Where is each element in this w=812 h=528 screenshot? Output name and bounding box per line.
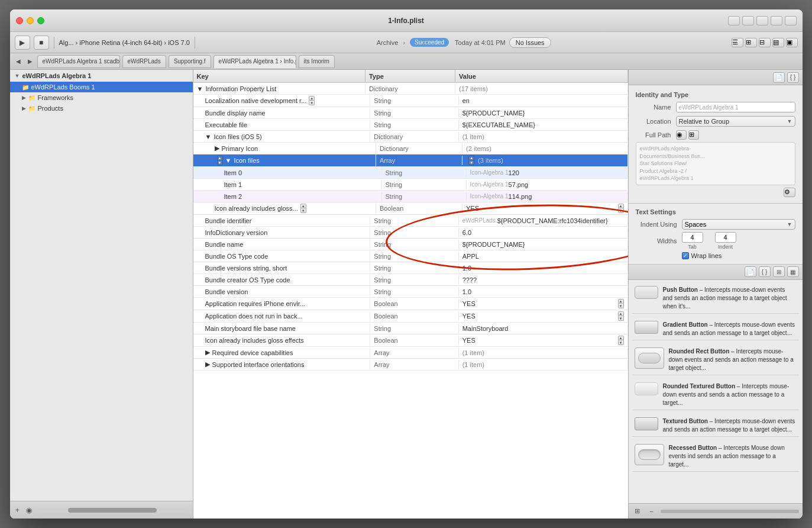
list-item[interactable]: Rounded Textured Button – Intercepts mou… bbox=[632, 380, 799, 410]
filter-button[interactable]: ◉ bbox=[25, 506, 33, 515]
table-row[interactable]: InfoDictionary version String 6.0 bbox=[193, 227, 628, 239]
library-content[interactable]: Push Button – Intercepts mouse-down even… bbox=[629, 280, 803, 503]
no-issues-button[interactable]: No Issues bbox=[509, 37, 551, 48]
row-stepper-10[interactable]: ▲ ▼ bbox=[300, 204, 306, 213]
identity-location-select[interactable]: Relative to Group ▼ bbox=[676, 116, 795, 127]
table-row[interactable]: Application requires iPhone envir... Boo… bbox=[193, 298, 628, 310]
table-row[interactable]: Main storyboard file base name String Ma… bbox=[193, 323, 628, 334]
tab-nav-prev[interactable]: ◀ bbox=[14, 57, 23, 66]
stepper-up-10[interactable]: ▲ bbox=[300, 204, 306, 208]
table-row[interactable]: ▶ Required device capabilities Array (1 … bbox=[193, 347, 628, 359]
table-row[interactable]: Bundle OS Type code String APPL bbox=[193, 250, 628, 262]
panel-toggle-2[interactable]: ⊞ bbox=[745, 38, 757, 47]
stepper-down-10[interactable]: ▼ bbox=[300, 208, 306, 213]
lib-tab-3d[interactable]: ⊞ bbox=[773, 266, 785, 277]
stepper-down-1[interactable]: ▼ bbox=[309, 101, 315, 105]
table-row[interactable]: Localization native development r... ▲ ▼… bbox=[193, 95, 628, 107]
value-stepper-6[interactable]: ▲ ▼ bbox=[468, 156, 474, 165]
stepper-up-v21[interactable]: ▲ bbox=[618, 336, 624, 340]
table-row[interactable]: Item 2 String Icon-Algebra 1 114.png bbox=[193, 191, 628, 202]
row-stepper-1[interactable]: ▲ ▼ bbox=[309, 96, 315, 105]
panel-toggle-5[interactable]: ▣ bbox=[786, 38, 798, 47]
view-toggle-5[interactable] bbox=[785, 16, 797, 25]
view-toggle-2[interactable] bbox=[742, 16, 754, 25]
maximize-button[interactable] bbox=[37, 17, 44, 24]
tab-width-input[interactable] bbox=[682, 232, 703, 243]
stepper-up-v10[interactable]: ▲ bbox=[618, 204, 624, 208]
lib-zoom-out[interactable]: − bbox=[646, 506, 657, 517]
stepper-up-v18[interactable]: ▲ bbox=[618, 299, 624, 304]
stepper-up-1[interactable]: ▲ bbox=[309, 96, 315, 101]
list-item[interactable]: Textured Button – Intercepts mouse-down … bbox=[632, 415, 799, 437]
table-row[interactable]: Item 1 String Icon-Algebra 1 57.png bbox=[193, 179, 628, 191]
table-row[interactable]: Bundle name String ${PRODUCT_NAME} bbox=[193, 239, 628, 250]
tab-2[interactable]: eWdRPLads bbox=[122, 55, 166, 68]
stepper-up-v19[interactable]: ▲ bbox=[618, 311, 624, 316]
tab-4[interactable]: eWdRPLads Algebra 1 › Info.plist bbox=[213, 55, 296, 68]
table-row[interactable]: ▶ Supported interface orientations Array… bbox=[193, 359, 628, 371]
table-row[interactable]: Icon already includes gloss effects Bool… bbox=[193, 334, 628, 347]
table-row[interactable]: Icon already includes gloss... ▲ ▼ Boole… bbox=[193, 202, 628, 215]
stepper-down-v21[interactable]: ▼ bbox=[618, 340, 624, 345]
indent-using-select[interactable]: Spaces ▼ bbox=[682, 219, 795, 230]
value-stepper-18[interactable]: ▲ ▼ bbox=[618, 299, 624, 308]
close-button[interactable] bbox=[16, 17, 23, 24]
add-item-button[interactable]: + bbox=[14, 506, 21, 515]
row-expand-22[interactable]: ▶ bbox=[205, 349, 210, 356]
sidebar-item-frameworks[interactable]: ▶ 📁 Frameworks bbox=[10, 92, 193, 103]
gear-icon[interactable]: ⚙ bbox=[784, 188, 795, 197]
stepper-down-v18[interactable]: ▼ bbox=[618, 304, 624, 308]
lib-tab-file[interactable]: 📄 bbox=[745, 266, 756, 277]
table-row[interactable]: ▶ Primary Icon Dictionary (2 items) bbox=[193, 143, 628, 154]
value-stepper-19[interactable]: ▲ ▼ bbox=[618, 311, 624, 321]
value-stepper-21[interactable]: ▲ ▼ bbox=[618, 336, 624, 345]
sidebar-item-main-group[interactable]: 📁 eWdRPLads Booms 1 bbox=[10, 82, 193, 92]
table-row[interactable]: Bundle identifier String eWdRPLads. ${PR… bbox=[193, 215, 628, 227]
minimize-button[interactable] bbox=[27, 17, 34, 24]
panel-toggle-1[interactable]: ☰ bbox=[732, 38, 743, 47]
lib-scroll-thumb[interactable] bbox=[661, 510, 799, 513]
stepper-up-6[interactable]: ▲ bbox=[217, 156, 223, 160]
view-toggle-1[interactable] bbox=[728, 16, 740, 25]
sidebar-scroll-thumb[interactable] bbox=[68, 508, 157, 513]
list-item[interactable]: Gradient Button – Intercepts mouse-down … bbox=[632, 318, 799, 340]
table-row[interactable]: ▼ Information Property List Dictionary (… bbox=[193, 83, 628, 95]
row-expand-23[interactable]: ▶ bbox=[205, 360, 210, 368]
lib-grid-view[interactable]: ⊞ bbox=[632, 506, 643, 517]
table-row[interactable]: Executable file String ${EXECUTABLE_NAME… bbox=[193, 119, 628, 131]
stepper-down-v6[interactable]: ▼ bbox=[468, 160, 474, 165]
lib-tab-braces[interactable]: { } bbox=[759, 266, 771, 277]
lib-tab-grid[interactable]: ▦ bbox=[787, 266, 799, 277]
tab-nav-next[interactable]: ▶ bbox=[25, 57, 35, 66]
tab-3[interactable]: Supporting.f bbox=[169, 55, 211, 68]
full-path-copy[interactable]: ⊞ bbox=[688, 130, 699, 140]
panel-toggle-3[interactable]: ⊟ bbox=[759, 38, 771, 47]
table-row[interactable]: ▼ Icon files (iOS 5) Dictionary (1 item) bbox=[193, 131, 628, 143]
list-item[interactable]: Push Button – Intercepts mouse-down even… bbox=[632, 284, 799, 314]
sidebar-item-products[interactable]: ▶ 📁 Products bbox=[10, 103, 193, 114]
table-row[interactable]: Bundle creator OS Type code String ???? bbox=[193, 274, 628, 286]
list-item[interactable]: Rounded Rect Button – Intercepts mouse-d… bbox=[632, 345, 799, 375]
row-expand-4[interactable]: ▼ bbox=[205, 133, 212, 140]
table-row[interactable]: Application does not run in back... Bool… bbox=[193, 310, 628, 323]
rp-tab-quick[interactable]: { } bbox=[787, 72, 799, 83]
row-stepper-6[interactable]: ▲ ▼ bbox=[217, 156, 223, 165]
indent-width-input[interactable] bbox=[715, 232, 736, 243]
sidebar-scroll-track[interactable] bbox=[38, 508, 186, 513]
stepper-down-6[interactable]: ▼ bbox=[217, 160, 223, 165]
view-toggle-3[interactable] bbox=[756, 16, 768, 25]
sidebar-item-project[interactable]: ▼ eWdRPLads Algebra 1 bbox=[10, 70, 193, 82]
list-item[interactable]: Recessed Button – Intercepts Mouse down … bbox=[632, 442, 799, 472]
tab-5[interactable]: its Imorim bbox=[299, 55, 335, 68]
full-path-reveal[interactable]: ◉ bbox=[676, 130, 687, 140]
identity-name-field[interactable]: eWdRPLads Algebra 1 bbox=[676, 102, 795, 112]
stepper-up-v6[interactable]: ▲ bbox=[468, 156, 474, 160]
table-row[interactable]: Bundle version String 1.0 bbox=[193, 286, 628, 298]
row-expand-6[interactable]: ▼ bbox=[225, 157, 232, 164]
tab-1[interactable]: eWdRPLads Algebra 1 scadberry bbox=[37, 55, 120, 68]
plist-table[interactable]: Key Type Value ▼ Information Property Li… bbox=[193, 70, 628, 519]
table-row[interactable]: ▲ ▼ ▼ Icon files Array ▲ ▼ bbox=[193, 154, 628, 167]
table-row[interactable]: Bundle display name String ${PRODUCT_NAM… bbox=[193, 107, 628, 119]
value-stepper-10[interactable]: ▲ ▼ bbox=[618, 204, 624, 213]
row-expand-0[interactable]: ▼ bbox=[197, 85, 203, 92]
